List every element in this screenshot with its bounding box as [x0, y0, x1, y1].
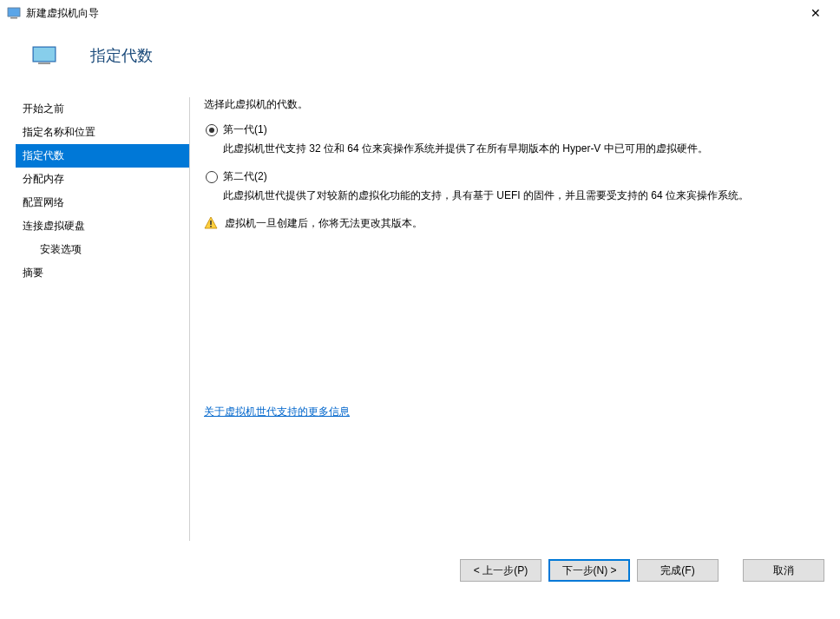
next-button[interactable]: 下一步(N) >	[548, 559, 630, 582]
previous-button[interactable]: < 上一步(P)	[460, 559, 541, 582]
radio-icon	[206, 171, 218, 183]
wizard-footer: < 上一步(P) 下一步(N) > 完成(F) 取消	[0, 550, 840, 591]
radio-label: 第二代(2)	[223, 169, 267, 184]
generation-1-desc: 此虚拟机世代支持 32 位和 64 位来宾操作系统并提供了在所有早期版本的 Hy…	[223, 141, 823, 157]
wizard-icon	[31, 45, 59, 66]
help-link-row: 关于虚拟机世代支持的更多信息	[204, 405, 823, 419]
radio-generation-2[interactable]: 第二代(2)	[204, 169, 823, 184]
wizard-header: 指定代数	[0, 26, 840, 85]
svg-rect-6	[210, 221, 212, 225]
sidebar-step-memory[interactable]: 分配内存	[16, 168, 189, 191]
svg-rect-4	[34, 48, 55, 61]
page-title: 指定代数	[90, 45, 153, 66]
app-icon	[7, 6, 21, 20]
sidebar-step-install-options[interactable]: 安装选项	[16, 238, 189, 261]
radio-label: 第一代(1)	[223, 122, 267, 137]
titlebar: 新建虚拟机向导 ✕	[0, 0, 840, 26]
content-area: 开始之前 指定名称和位置 指定代数 分配内存 配置网络 连接虚拟硬盘 安装选项 …	[0, 85, 840, 550]
generation-radio-group: 第一代(1) 此虚拟机世代支持 32 位和 64 位来宾操作系统并提供了在所有早…	[204, 122, 823, 204]
warning-icon	[204, 216, 218, 230]
sidebar-step-virtual-disk[interactable]: 连接虚拟硬盘	[16, 214, 189, 238]
main-panel: 选择此虚拟机的代数。 第一代(1) 此虚拟机世代支持 32 位和 64 位来宾操…	[190, 85, 840, 550]
sidebar-step-generation[interactable]: 指定代数	[16, 144, 189, 168]
finish-button[interactable]: 完成(F)	[637, 559, 719, 582]
sidebar-step-summary[interactable]: 摘要	[16, 261, 189, 285]
svg-rect-0	[8, 8, 20, 16]
warning-message: 虚拟机一旦创建后，你将无法更改其版本。	[204, 216, 823, 231]
svg-rect-2	[10, 17, 17, 19]
sidebar-step-name-location[interactable]: 指定名称和位置	[16, 121, 189, 144]
more-info-link[interactable]: 关于虚拟机世代支持的更多信息	[204, 405, 350, 418]
close-button[interactable]: ✕	[798, 1, 833, 25]
sidebar-step-before-begin[interactable]: 开始之前	[16, 97, 189, 121]
generation-2-desc: 此虚拟机世代提供了对较新的虚拟化功能的支持，具有基于 UEFI 的固件，并且需要…	[223, 188, 823, 204]
sidebar-step-network[interactable]: 配置网络	[16, 191, 189, 214]
radio-icon	[206, 124, 218, 136]
cancel-button[interactable]: 取消	[743, 559, 824, 582]
warning-text: 虚拟机一旦创建后，你将无法更改其版本。	[225, 216, 423, 231]
wizard-steps-sidebar: 开始之前 指定名称和位置 指定代数 分配内存 配置网络 连接虚拟硬盘 安装选项 …	[0, 85, 189, 550]
radio-generation-1[interactable]: 第一代(1)	[204, 122, 823, 137]
prompt-text: 选择此虚拟机的代数。	[204, 97, 823, 112]
window-title: 新建虚拟机向导	[26, 6, 798, 21]
svg-rect-5	[38, 63, 50, 64]
svg-rect-7	[210, 226, 212, 227]
